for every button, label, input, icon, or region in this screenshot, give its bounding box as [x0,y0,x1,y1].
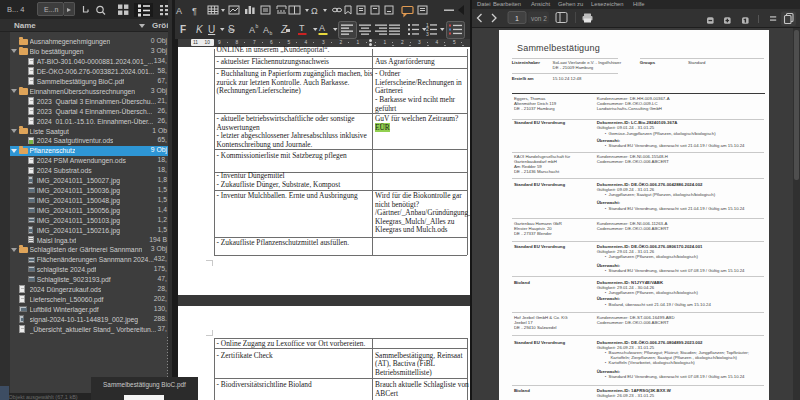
svg-text:A: A [176,6,182,16]
svg-text:von 2: von 2 [531,15,547,22]
svg-text:A: A [319,23,325,33]
svg-text:3: 3 [426,31,429,37]
svg-text:S: S [228,24,235,35]
svg-text:A: A [249,25,255,35]
svg-text:K: K [196,24,204,35]
svg-text:¶: ¶ [192,6,197,16]
svg-text:F: F [180,24,186,35]
svg-text:1: 1 [515,15,519,22]
svg-text:T: T [299,23,305,33]
svg-text:A: A [263,25,269,35]
svg-text:b: b [256,23,259,29]
svg-text:b: b [270,30,273,36]
svg-text:U: U [208,24,215,35]
svg-text:Ω: Ω [311,6,318,16]
